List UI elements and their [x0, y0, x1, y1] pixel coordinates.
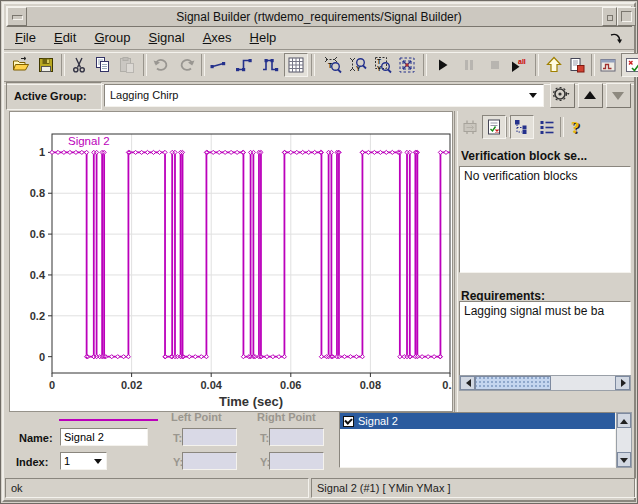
active-group-value: Lagging Chirp — [110, 89, 179, 101]
copy-button[interactable] — [92, 54, 114, 76]
triangle-up-icon — [620, 415, 628, 424]
play-button[interactable] — [432, 54, 454, 76]
zoom-fit-button[interactable] — [396, 54, 418, 76]
redo-button — [176, 54, 198, 76]
y-tick-label: 0.6 — [30, 228, 45, 240]
right-t-label: T: — [260, 432, 269, 444]
show-signal-button[interactable] — [597, 54, 619, 76]
signal-trace[interactable] — [52, 152, 450, 356]
hscrollbar-thumb[interactable] — [475, 376, 551, 390]
scroll-down-button[interactable] — [617, 452, 631, 467]
signal-list[interactable]: Signal 2 — [339, 412, 616, 468]
zoom-ty-button[interactable]: TY — [372, 54, 394, 76]
draw-step-button[interactable] — [233, 54, 255, 76]
open-button[interactable] — [10, 54, 32, 76]
requirements-hscrollbar[interactable] — [459, 375, 631, 391]
x-tick-label: 0 — [49, 379, 55, 391]
draw-pulse-icon — [261, 56, 279, 74]
x-axis-label: Time (sec) — [219, 394, 283, 409]
pause-icon — [460, 56, 478, 74]
zoom-y-button[interactable]: Y — [347, 54, 369, 76]
window-title: Signal Builder (rtwdemo_requirements/Sig… — [7, 10, 631, 24]
window-shade-button[interactable] — [602, 7, 617, 26]
name-input[interactable] — [60, 428, 148, 446]
show-signal-icon — [599, 56, 617, 74]
y-tick-label: 0.8 — [30, 187, 45, 199]
signal-list-label: Signal 2 — [358, 415, 398, 427]
panel-divider[interactable] — [454, 111, 458, 412]
verif-report-button[interactable] — [482, 115, 506, 139]
y-tick-label: 0.2 — [30, 310, 45, 322]
active-group-label: Active Group: — [14, 90, 87, 102]
scroll-up-button[interactable] — [617, 413, 631, 428]
stop-button — [484, 54, 506, 76]
index-value: 1 — [64, 455, 70, 467]
signal-color-sample — [59, 419, 158, 421]
toolbar-separator — [311, 54, 315, 76]
x-tick-label: 0.1 — [442, 379, 452, 391]
play-all-button[interactable]: all — [507, 54, 529, 76]
triangle-right-icon — [621, 379, 630, 387]
cut-button[interactable] — [68, 54, 90, 76]
pause-button — [458, 54, 480, 76]
signal-list-item[interactable]: Signal 2 — [340, 413, 615, 429]
verif-block-button — [459, 116, 481, 138]
req-list-button[interactable] — [536, 116, 558, 138]
zoom-ty-icon: TY — [374, 56, 392, 74]
status-bar: ok Signal 2 (#1) [ YMin YMax ] — [4, 478, 634, 499]
redo-icon — [178, 56, 196, 74]
title-bar[interactable]: Signal Builder (rtwdemo_requirements/Sig… — [6, 6, 632, 27]
snap-grid-button[interactable] — [284, 53, 308, 77]
verif-block-icon — [461, 118, 479, 136]
draw-pulse-button[interactable] — [259, 54, 281, 76]
active-group-combo[interactable]: Lagging Chirp — [104, 84, 544, 107]
save-button[interactable] — [35, 54, 57, 76]
menu-group[interactable]: Group — [94, 27, 130, 45]
signal-plot-area[interactable]: 00.20.40.60.8100.020.040.060.080.1Time (… — [9, 111, 453, 412]
verification-section-title: Verification block se... — [461, 149, 633, 163]
window-menu-icon — [12, 15, 23, 20]
left-t-field — [182, 428, 237, 446]
help-button[interactable]: ?? — [565, 116, 587, 138]
x-tick-label: 0.02 — [121, 379, 142, 391]
undo-button — [150, 54, 172, 76]
zoom-t-button[interactable]: T — [322, 54, 344, 76]
index-dropdown[interactable]: 1 — [60, 452, 107, 470]
scroll-right-button[interactable] — [615, 376, 630, 390]
draw-step-icon — [235, 56, 253, 74]
paste-button — [116, 54, 138, 76]
up-to-parent-icon — [545, 56, 563, 74]
menu-file[interactable]: File — [15, 27, 36, 45]
draw-line-button[interactable] — [207, 54, 229, 76]
cut-icon — [70, 56, 88, 74]
menu-signal[interactable]: Signal — [149, 27, 185, 45]
signal-list-vscrollbar[interactable] — [616, 412, 632, 468]
menu-help[interactable]: Help — [250, 27, 277, 45]
dock-arrow-icon[interactable] — [608, 31, 623, 50]
output-check-button[interactable] — [621, 53, 638, 77]
req-tree-button[interactable] — [510, 115, 534, 139]
up-to-parent-button[interactable] — [543, 54, 565, 76]
toolbar-separator — [591, 54, 595, 76]
group-options-button[interactable] — [550, 83, 575, 108]
signal-checkbox[interactable] — [343, 416, 354, 427]
move-group-up-button[interactable] — [578, 83, 603, 108]
window-menu-button[interactable] — [7, 7, 27, 26]
draw-line-icon — [209, 56, 227, 74]
open-icon — [12, 56, 30, 74]
toolbar-separator — [201, 54, 205, 76]
triangle-down-icon — [620, 458, 628, 467]
move-group-down-button[interactable] — [606, 83, 631, 108]
window-maximize-button[interactable] — [617, 7, 636, 26]
goto-block-button[interactable] — [566, 54, 588, 76]
verification-list[interactable]: No verification blocks — [459, 166, 631, 273]
x-tick-label: 0.08 — [360, 379, 381, 391]
left-y-field — [182, 452, 237, 470]
status-message: ok — [5, 478, 309, 498]
svg-text:all: all — [518, 58, 526, 65]
menu-edit[interactable]: Edit — [54, 27, 76, 45]
scroll-left-button[interactable] — [460, 376, 475, 390]
arrow-down-icon — [612, 92, 624, 100]
signal-name-label: Signal 2 — [68, 135, 110, 147]
menu-axes[interactable]: Axes — [203, 27, 232, 45]
